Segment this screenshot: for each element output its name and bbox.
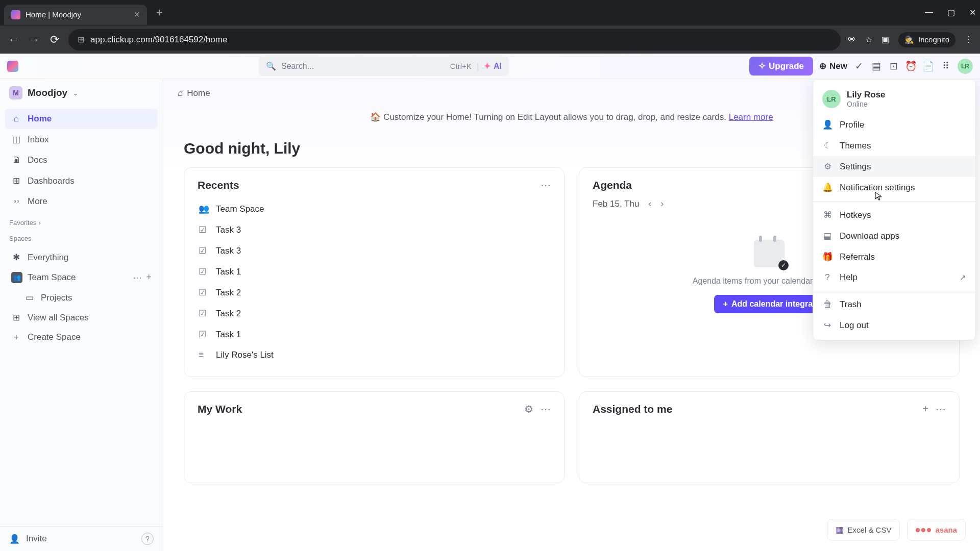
plus-icon[interactable]: + [922,403,928,415]
incognito-badge[interactable]: 🕵 Incognito [898,32,955,47]
user-menu-item-themes[interactable]: ☾Themes [813,135,975,156]
chevron-right-icon[interactable]: › [660,198,664,209]
sidebar-item-view-all-spaces[interactable]: ⊞ View all Spaces [5,308,158,328]
sidebar-item-team-space[interactable]: 👥 Team Space ⋯ + [5,267,158,288]
minimize-icon[interactable]: — [925,8,933,17]
close-tab-icon[interactable]: × [134,9,140,20]
new-button[interactable]: ⊕ New [819,61,847,71]
sidebar-item-projects[interactable]: ▭ Projects [5,288,158,308]
recent-item[interactable]: ☑Task 2 [198,303,551,324]
browser-menu-icon[interactable]: ⋮ [965,35,973,44]
upgrade-button[interactable]: ✧ Upgrade [749,57,813,76]
recent-item[interactable]: ☑Task 1 [198,261,551,282]
user-menu-item-trash[interactable]: 🗑Trash [813,294,975,315]
notepad-icon[interactable]: ▤ [871,61,882,72]
upgrade-icon: ✧ [758,61,766,71]
forward-button[interactable]: → [28,33,41,46]
banner-text: Customize your Home! Turning on Edit Lay… [383,112,726,122]
user-menu-item-notification-settings[interactable]: 🔔Notification settings [813,177,975,198]
nav-label: Everything [28,253,68,263]
ai-button[interactable]: ✦ AI [484,61,502,71]
recent-item[interactable]: ☑Task 3 [198,240,551,261]
user-menu-item-referrals[interactable]: 🎁Referrals [813,246,975,267]
asana-chip[interactable]: asana [907,519,966,541]
user-avatar[interactable]: LR [958,59,973,74]
invite-button[interactable]: Invite [26,534,47,544]
menu-item-label: Settings [840,162,871,172]
sidebar-item-everything[interactable]: ✱ Everything [5,247,158,267]
global-search[interactable]: 🔍 Search... Ctrl+K | ✦ AI [259,57,509,76]
doc-icon[interactable]: 📄 [923,61,934,72]
nav-label: Home [28,114,52,124]
sparkle-icon: ✦ [484,61,491,71]
nav-label: Team Space [28,272,76,283]
url-input[interactable]: ⊞ app.clickup.com/9016164592/home [68,29,841,51]
learn-more-link[interactable]: Learn more [729,112,773,122]
bookmark-icon[interactable]: ☆ [865,35,872,44]
url-text: app.clickup.com/9016164592/home [90,35,831,45]
plus-icon[interactable]: + [146,272,152,283]
maximize-icon[interactable]: ▢ [947,8,955,17]
sidebar-item-home[interactable]: ⌂ Home [5,109,158,129]
sidebar-item-docs[interactable]: 🗎 Docs [5,150,158,170]
download-icon: ⬓ [822,231,832,241]
sidebar-item-inbox[interactable]: ◫ Inbox [5,129,158,150]
nav-label: Create Space [28,332,81,342]
breadcrumb-label: Home [187,88,210,98]
chevron-left-icon[interactable]: ‹ [648,198,651,209]
nav-label: Inbox [28,135,49,145]
record-icon[interactable]: ⊡ [888,61,899,72]
apps-grid-icon[interactable]: ⠿ [940,61,951,72]
incognito-label: Incognito [918,35,949,44]
add-calendar-button[interactable]: + Add calendar integrat [714,295,825,313]
favorites-heading[interactable]: Favorites › [0,214,163,230]
team-icon: 👥 [199,204,209,214]
home-icon: ⌂ [11,114,21,124]
nav-label: Projects [41,293,72,303]
chevron-down-icon: ⌄ [72,89,79,97]
breadcrumb[interactable]: ⌂ Home [178,88,210,98]
close-window-icon[interactable]: ✕ [969,8,976,17]
user-menu-item-log-out[interactable]: ↪Log out [813,315,975,336]
user-menu-item-download-apps[interactable]: ⬓Download apps [813,226,975,246]
user-menu-item-settings[interactable]: ⚙Settings [813,156,975,177]
menu-item-label: Trash [840,299,862,310]
recent-item[interactable]: ☑Task 3 [198,219,551,240]
excel-csv-chip[interactable]: ▦ Excel & CSV [827,519,900,541]
clickup-logo[interactable] [7,61,18,72]
sidebar-item-create-space[interactable]: + Create Space [5,328,158,347]
check-circle-icon[interactable]: ✓ [853,61,865,72]
user-menu-item-hotkeys[interactable]: ⌘Hotkeys [813,205,975,226]
sidebar-item-more[interactable]: ◦◦ More [5,191,158,212]
browser-tab[interactable]: Home | Moodjoy × [4,5,147,25]
more-horizontal-icon[interactable]: ⋯ [541,403,551,415]
user-menu-item-help[interactable]: ?Help↗ [813,267,975,288]
new-tab-button[interactable]: + [156,6,163,19]
help-icon[interactable]: ? [141,533,154,545]
recents-list: 👥Team Space☑Task 3☑Task 3☑Task 1☑Task 2☑… [198,198,551,365]
add-calendar-label: Add calendar integrat [731,299,815,309]
recent-item[interactable]: ☑Task 1 [198,324,551,345]
more-horizontal-icon[interactable]: ⋯ [133,272,142,283]
browser-url-bar: ← → ⟳ ⊞ app.clickup.com/9016164592/home … [0,25,980,54]
more-horizontal-icon[interactable]: ⋯ [541,179,551,191]
task-icon: ☑ [199,308,209,319]
more-horizontal-icon[interactable]: ⋯ [936,403,946,415]
gear-icon[interactable]: ⚙ [524,403,533,415]
tracking-icon[interactable]: 👁 [848,35,856,44]
reminder-icon[interactable]: ⏰ [905,61,917,72]
user-menu-item-profile[interactable]: 👤Profile [813,114,975,135]
recent-item[interactable]: 👥Team Space [198,198,551,219]
back-button[interactable]: ← [7,33,20,46]
site-settings-icon[interactable]: ⊞ [78,35,84,44]
sidebar-item-dashboards[interactable]: ⊞ Dashboards [5,170,158,191]
recent-item[interactable]: ≡Lily Rose's List [198,345,551,365]
recent-item[interactable]: ☑Task 2 [198,282,551,303]
panel-icon[interactable]: ▣ [881,35,889,44]
task-icon: ☑ [199,245,209,256]
agenda-date[interactable]: Feb 15, Thu [593,199,639,209]
workspace-picker[interactable]: M Moodjoy ⌄ [0,79,163,107]
menu-item-label: Notification settings [840,183,915,193]
reload-button[interactable]: ⟳ [48,33,61,46]
menu-item-label: Themes [840,141,871,151]
